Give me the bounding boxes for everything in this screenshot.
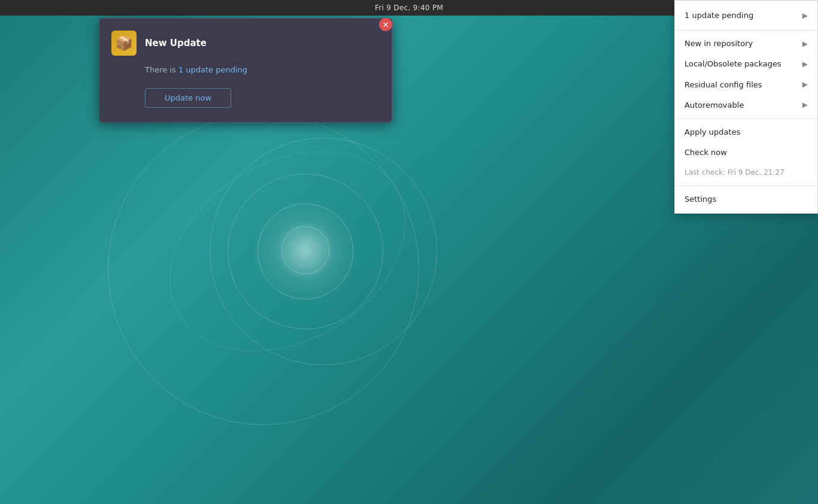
menu-item-local-obsolete[interactable]: Local/Obsolete packages ▶ (675, 54, 817, 74)
settings-label: Settings (684, 194, 716, 205)
new-in-repo-label: New in repository (684, 38, 753, 49)
menu-divider-1 (675, 30, 817, 31)
swirl-inner-fill (275, 220, 335, 280)
notification-highlight: 1 update pending (178, 65, 247, 74)
notification-body-text: There is (145, 65, 178, 74)
update-pending-label: 1 update pending (684, 10, 753, 21)
check-now-label: Check now (684, 147, 727, 158)
menu-item-settings[interactable]: Settings (675, 189, 817, 210)
notification-app-icon (111, 31, 137, 56)
desktop: Fri 9 Dec, 9:40 PM ★ 1 en (0, 0, 818, 504)
notification-title: New Update (145, 38, 207, 48)
menu-item-apply-updates[interactable]: Apply updates (675, 122, 817, 142)
notification-body: There is 1 update pending (145, 64, 377, 76)
arrow-icon-new-in-repo: ▶ (802, 39, 808, 49)
close-notification-button[interactable]: ✕ (379, 18, 392, 31)
menu-divider-2 (675, 119, 817, 119)
residual-config-label: Residual config files (684, 80, 762, 90)
notification-popup: ✕ New Update There is 1 update pending U… (99, 18, 392, 123)
arrow-icon-update-pending: ▶ (802, 11, 808, 21)
arrow-icon-residual-config: ▶ (802, 80, 808, 90)
menu-item-new-in-repo[interactable]: New in repository ▶ (675, 34, 817, 54)
local-obsolete-label: Local/Obsolete packages (684, 59, 781, 69)
menu-item-autoremovable[interactable]: Autoremovable ▶ (675, 95, 817, 116)
apply-updates-label: Apply updates (684, 127, 740, 138)
menu-item-last-check: Last check: Fri 9 Dec, 21:27 (675, 163, 817, 183)
notification-header: New Update (111, 31, 377, 56)
menu-item-residual-config[interactable]: Residual config files ▶ (675, 75, 817, 95)
autoremovable-label: Autoremovable (684, 100, 744, 111)
taskbar-clock: Fri 9 Dec, 9:40 PM (375, 4, 443, 12)
update-dropdown-menu: 1 update pending ▶ New in repository ▶ L… (674, 0, 818, 214)
update-now-button[interactable]: Update now (145, 88, 231, 108)
menu-item-update-pending[interactable]: 1 update pending ▶ (675, 4, 817, 27)
menu-item-check-now[interactable]: Check now (675, 142, 817, 163)
last-check-label: Last check: Fri 9 Dec, 21:27 (684, 168, 784, 178)
close-icon: ✕ (383, 21, 389, 29)
menu-divider-3 (675, 186, 817, 186)
arrow-icon-autoremovable: ▶ (802, 100, 808, 110)
arrow-icon-local-obsolete: ▶ (802, 59, 808, 69)
